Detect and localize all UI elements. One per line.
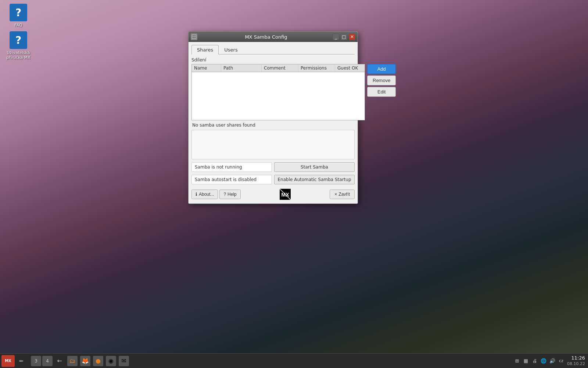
shares-table: Name Path Comment Permissions Guest OK	[191, 64, 365, 120]
table-side-buttons: Add Remove Edit	[367, 64, 396, 120]
samba-status-row-2: Samba autostart is disabled Enable Autom…	[191, 175, 355, 184]
printer-icon[interactable]: 🖨	[531, 357, 538, 365]
minimize-button[interactable]: _	[333, 33, 339, 40]
taskbar-left: MX ✏	[0, 355, 29, 367]
taskbar-apps: 3 4 ← 🗂 🦊 ● ◉ ✉	[29, 355, 132, 367]
mx-logo: MX	[280, 189, 291, 200]
locale-indicator[interactable]: cz	[557, 357, 565, 365]
svg-rect-2	[194, 35, 196, 36]
zavrit-button[interactable]: × Zavřít	[330, 190, 355, 199]
tab-shares[interactable]: Shares	[191, 45, 219, 54]
table-body[interactable]	[192, 72, 365, 120]
maximize-button[interactable]: □	[341, 33, 347, 40]
network-icon	[191, 34, 197, 39]
faq-desktop-icon[interactable]: ? FAQ	[4, 4, 33, 28]
about-button[interactable]: ℹ About...	[191, 190, 218, 199]
faq-icon: ?	[10, 4, 27, 21]
layout-icon[interactable]: ▦	[522, 357, 530, 365]
taskbar-app-back[interactable]: ←	[54, 355, 65, 367]
tab-users[interactable]: Users	[219, 45, 243, 54]
shares-table-container: Name Path Comment Permissions Guest OK A…	[191, 64, 355, 120]
mx-samba-config-window: MX Samba Config _ □ ✕ Shares Users Sdíle…	[188, 31, 358, 204]
desktop-icons-container: ? FAQ ? Uživatelskápříručka MX	[4, 4, 33, 60]
col-header-name: Name	[192, 64, 221, 72]
close-window-button[interactable]: ✕	[349, 33, 355, 40]
taskbar: MX ✏ 3 4 ← 🗂 🦊 ● ◉ ✉	[0, 353, 588, 368]
footer-center: MX	[241, 189, 330, 200]
manual-icon: ?	[10, 31, 27, 49]
samba-running-status: Samba is not running	[191, 162, 272, 172]
workspace-4[interactable]: 4	[42, 356, 53, 366]
col-header-path: Path	[221, 64, 262, 72]
grid-view-icon[interactable]: ⊞	[513, 357, 521, 365]
manual-desktop-icon[interactable]: ? Uživatelskápříručka MX	[4, 31, 33, 60]
col-header-comment: Comment	[262, 64, 298, 72]
mx-menu-button[interactable]: MX	[1, 355, 15, 367]
window-title: MX Samba Config	[200, 34, 333, 40]
manual-label: Uživatelskápříručka MX	[6, 50, 31, 60]
taskbar-app-orange[interactable]: ●	[92, 355, 104, 367]
table-header: Name Path Comment Permissions Guest OK	[192, 64, 365, 72]
volume-icon[interactable]: 🔊	[549, 357, 556, 365]
question-icon: ?	[223, 192, 226, 197]
help-button[interactable]: ? Help	[219, 190, 240, 199]
col-header-guest-ok: Guest OK	[335, 64, 365, 72]
taskbar-clock[interactable]: 11:26 08.10.22	[567, 355, 585, 367]
taskbar-app-firefox[interactable]: 🦊	[79, 355, 91, 367]
clock-time: 11:26	[567, 355, 585, 361]
window-footer: ℹ About... ? Help MX	[191, 187, 355, 201]
info-icon: ℹ	[196, 192, 197, 197]
mx-logo-svg: MX	[280, 189, 291, 200]
footer-left-buttons: ℹ About... ? Help	[191, 190, 241, 199]
titlebar-controls: _ □ ✕	[333, 33, 355, 40]
samba-autostart-status: Samba autostart is disabled	[191, 175, 272, 184]
system-tray: ⊞ ▦ 🖨 🌐 🔊 cz	[513, 357, 565, 365]
taskbar-app-mail[interactable]: ✉	[118, 355, 130, 367]
info-area	[191, 130, 355, 159]
col-header-permissions: Permissions	[298, 64, 335, 72]
shares-section-label: Sdílení	[191, 57, 355, 63]
remove-button[interactable]: Remove	[367, 75, 396, 85]
samba-status-row-1: Samba is not running Start Samba	[191, 162, 355, 172]
window-titlebar[interactable]: MX Samba Config _ □ ✕	[189, 32, 358, 42]
desktop: ? FAQ ? Uživatelskápříručka MX MX Samba …	[0, 0, 588, 368]
svg-rect-0	[192, 35, 196, 39]
taskbar-app-chromium[interactable]: ◉	[105, 355, 117, 367]
empty-shares-message: No samba user shares found	[191, 120, 355, 130]
svg-rect-1	[193, 35, 194, 36]
taskbar-app-files[interactable]: 🗂	[67, 355, 78, 367]
window-content: Shares Users Sdílení Name Path Comment P…	[189, 42, 358, 204]
add-button[interactable]: Add	[367, 64, 396, 74]
workspace-3[interactable]: 3	[31, 356, 41, 366]
svg-rect-3	[193, 37, 194, 38]
start-samba-button[interactable]: Start Samba	[274, 162, 355, 172]
edit-taskbar-button[interactable]: ✏	[15, 355, 27, 367]
network-tray-icon[interactable]: 🌐	[540, 357, 547, 365]
clock-date: 08.10.22	[567, 361, 585, 367]
footer-right-buttons: × Zavřít	[330, 190, 355, 199]
edit-button[interactable]: Edit	[367, 87, 396, 97]
svg-rect-4	[194, 37, 196, 38]
close-icon: ×	[334, 192, 337, 197]
tab-bar: Shares Users	[191, 45, 355, 54]
faq-label: FAQ	[14, 23, 22, 28]
window-app-icon	[191, 33, 197, 40]
enable-autostart-button[interactable]: Enable Automatic Samba Startup	[274, 175, 355, 184]
taskbar-right: ⊞ ▦ 🖨 🌐 🔊 cz 11:26 08.10.22	[510, 355, 588, 367]
